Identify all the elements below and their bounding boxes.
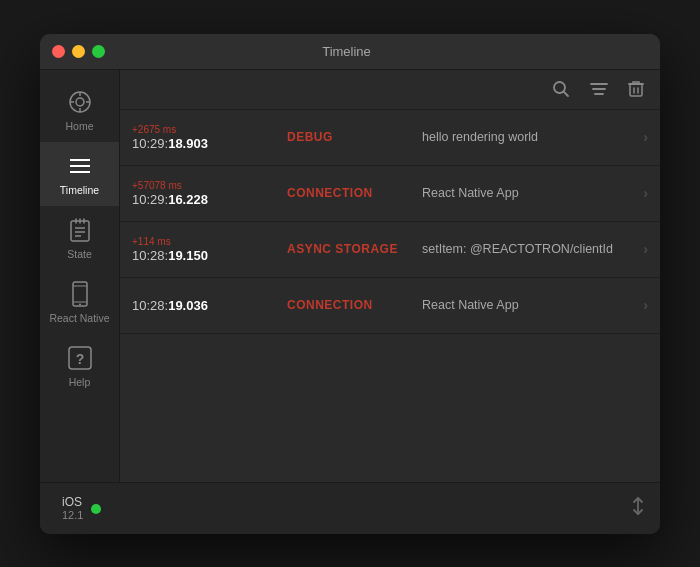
sidebar-item-state-label: State bbox=[67, 248, 92, 260]
sidebar-item-home-label: Home bbox=[65, 120, 93, 132]
svg-point-1 bbox=[76, 98, 84, 106]
device-version: 12.1 bbox=[62, 509, 83, 521]
table-row[interactable]: +114 ms 10:28:19.150 ASYNC STORAGE setIt… bbox=[120, 222, 660, 278]
row-message: setItem: @REACTOTRON/clientId bbox=[422, 242, 635, 256]
chevron-right-icon: › bbox=[643, 129, 648, 145]
chevron-right-icon: › bbox=[643, 297, 648, 313]
sort-icon[interactable] bbox=[630, 496, 646, 520]
sidebar-item-state[interactable]: State bbox=[40, 206, 119, 270]
sidebar-item-react-native-label: React Native bbox=[49, 312, 109, 324]
svg-point-16 bbox=[79, 303, 81, 305]
window-title: Timeline bbox=[105, 44, 588, 59]
row-time: 10:28:19.036 bbox=[132, 298, 287, 313]
app-window: Timeline Home bbox=[40, 34, 660, 534]
row-delta: +57078 ms bbox=[132, 180, 287, 191]
row-time: 10:28:19.150 bbox=[132, 248, 287, 263]
table-row[interactable]: +57078 ms 10:29:16.228 CONNECTION React … bbox=[120, 166, 660, 222]
minimize-button[interactable] bbox=[72, 45, 85, 58]
row-message: hello rendering world bbox=[422, 130, 635, 144]
sidebar-item-react-native[interactable]: React Native bbox=[40, 270, 119, 334]
state-icon bbox=[66, 216, 94, 244]
header-actions bbox=[548, 76, 648, 102]
status-bar: iOS 12.1 bbox=[40, 482, 660, 534]
row-type: CONNECTION bbox=[287, 186, 422, 200]
close-button[interactable] bbox=[52, 45, 65, 58]
timeline-icon bbox=[66, 152, 94, 180]
delete-button[interactable] bbox=[624, 76, 648, 102]
sidebar-item-timeline[interactable]: Timeline bbox=[40, 142, 119, 206]
title-bar: Timeline bbox=[40, 34, 660, 70]
svg-rect-9 bbox=[71, 221, 89, 241]
row-time: 10:29:18.903 bbox=[132, 136, 287, 151]
timeline-header bbox=[120, 70, 660, 110]
main-content: Home Timeline bbox=[40, 70, 660, 482]
device-os: iOS bbox=[62, 495, 83, 509]
sidebar-item-help[interactable]: ? Help bbox=[40, 334, 119, 398]
chevron-right-icon: › bbox=[643, 241, 648, 257]
row-time-left: +57078 ms 10:29:16.228 bbox=[132, 180, 287, 207]
device-status: iOS 12.1 bbox=[54, 495, 101, 521]
sidebar-item-timeline-label: Timeline bbox=[60, 184, 99, 196]
row-message: React Native App bbox=[422, 298, 635, 312]
svg-rect-24 bbox=[630, 84, 642, 96]
row-delta: +114 ms bbox=[132, 236, 287, 247]
svg-text:?: ? bbox=[75, 351, 84, 367]
maximize-button[interactable] bbox=[92, 45, 105, 58]
row-time: 10:29:16.228 bbox=[132, 192, 287, 207]
svg-line-20 bbox=[564, 92, 569, 97]
table-row[interactable]: +2675 ms 10:29:18.903 DEBUG hello render… bbox=[120, 110, 660, 166]
row-type: CONNECTION bbox=[287, 298, 422, 312]
filter-button[interactable] bbox=[586, 77, 612, 101]
sidebar-item-help-label: Help bbox=[69, 376, 91, 388]
timeline-rows: +2675 ms 10:29:18.903 DEBUG hello render… bbox=[120, 110, 660, 482]
row-time-left: +2675 ms 10:29:18.903 bbox=[132, 124, 287, 151]
row-message: React Native App bbox=[422, 186, 635, 200]
row-type: ASYNC STORAGE bbox=[287, 242, 422, 256]
traffic-lights bbox=[52, 45, 105, 58]
help-icon: ? bbox=[66, 344, 94, 372]
search-button[interactable] bbox=[548, 76, 574, 102]
sidebar: Home Timeline bbox=[40, 70, 120, 482]
table-row[interactable]: 10:28:19.036 CONNECTION React Native App… bbox=[120, 278, 660, 334]
row-delta: +2675 ms bbox=[132, 124, 287, 135]
row-time-left: 10:28:19.036 bbox=[132, 297, 287, 313]
timeline-panel: +2675 ms 10:29:18.903 DEBUG hello render… bbox=[120, 70, 660, 482]
device-info: iOS 12.1 bbox=[62, 495, 83, 521]
home-icon bbox=[66, 88, 94, 116]
connection-status-dot bbox=[91, 504, 101, 514]
row-type: DEBUG bbox=[287, 130, 422, 144]
chevron-right-icon: › bbox=[643, 185, 648, 201]
row-time-left: +114 ms 10:28:19.150 bbox=[132, 236, 287, 263]
react-native-icon bbox=[66, 280, 94, 308]
sidebar-item-home[interactable]: Home bbox=[40, 78, 119, 142]
